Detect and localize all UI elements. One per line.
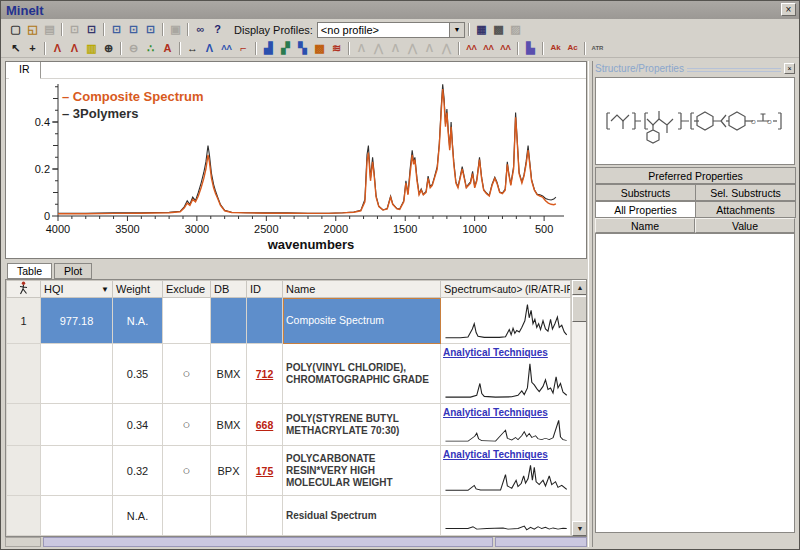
copy-table-icon[interactable]: ⊡ bbox=[142, 22, 159, 37]
profile-edit-icon[interactable]: ▩ bbox=[490, 22, 507, 37]
search-functional-icon[interactable]: ΛΛ bbox=[497, 41, 514, 56]
id-cell bbox=[247, 298, 283, 344]
column-header-name[interactable]: Name bbox=[595, 218, 695, 233]
column-header-weight[interactable]: Weight bbox=[113, 281, 163, 298]
db-cell: BPX bbox=[211, 446, 247, 496]
select-pointer-icon[interactable]: ↖ bbox=[7, 41, 24, 56]
spectrum-thumbnail bbox=[441, 498, 570, 534]
overlay-view-icon[interactable]: ≋ bbox=[328, 41, 345, 56]
search-spectrum-icon[interactable]: ΛΛ bbox=[463, 41, 480, 56]
record-id-link[interactable]: 175 bbox=[256, 465, 274, 477]
tab-sel-substructs[interactable]: Sel. Substructs bbox=[695, 184, 796, 201]
analytical-techniques-link[interactable]: Analytical Techniques bbox=[441, 448, 570, 460]
ir-spectrum-plot[interactable]: 00.20.44000350030002500200015001000500wa… bbox=[6, 80, 586, 258]
column-header-hqi[interactable]: HQI▼ bbox=[41, 281, 113, 298]
name-cell: POLY(VINYL CHLORIDE), CHROMATOGRAPHIC GR… bbox=[283, 344, 441, 404]
scrollbar-thumb[interactable] bbox=[572, 296, 587, 322]
table-row[interactable]: N.A. Residual Spectrum bbox=[7, 496, 571, 536]
tab-plot[interactable]: Plot bbox=[54, 263, 92, 279]
row-number-cell[interactable] bbox=[7, 446, 41, 496]
search-mixture-icon[interactable]: ΛΛ bbox=[480, 41, 497, 56]
full-scale-spectrum-icon[interactable]: Λ bbox=[66, 41, 83, 56]
auto-search-k-icon[interactable]: Ak bbox=[547, 41, 564, 56]
panel-close-icon[interactable]: × bbox=[784, 63, 795, 74]
auto-search-c-icon[interactable]: Ac bbox=[564, 41, 581, 56]
pan-hand-icon[interactable]: ⊕ bbox=[100, 41, 117, 56]
horizontal-scrollbar-thumb[interactable] bbox=[43, 537, 493, 547]
threshold-select-icon[interactable]: ▥ bbox=[83, 41, 100, 56]
exclude-cell bbox=[163, 298, 211, 344]
table-row[interactable]: 0.35 ○ BMX 712 POLY(VINYL CHLORIDE), CHR… bbox=[7, 344, 571, 404]
sort-descending-icon: ▼ bbox=[101, 285, 109, 294]
row-number-cell[interactable]: 1 bbox=[7, 298, 41, 344]
peak-picking-icon[interactable]: Λ bbox=[201, 41, 218, 56]
toolbar-separator bbox=[348, 42, 350, 55]
annotate-text-icon[interactable]: A bbox=[159, 41, 176, 56]
mineit-window: MineIt × ▢◱▤⊡⊡⊡⊡⊡▣∞? Display Profiles: <… bbox=[0, 0, 800, 550]
scatter-view-icon[interactable]: ∴ bbox=[142, 41, 159, 56]
send-to-app-icon[interactable]: ▙ bbox=[522, 41, 539, 56]
column-header-value[interactable]: Value bbox=[695, 218, 795, 233]
new-document-icon[interactable]: ▢ bbox=[7, 22, 24, 37]
view-stacked-icon[interactable]: ▞ bbox=[277, 41, 294, 56]
display-profiles-label: Display Profiles: bbox=[234, 24, 313, 36]
table-row[interactable]: 0.34 ○ BMX 668 POLY(STYRENE BUTYL METHAC… bbox=[7, 404, 571, 446]
profile-table-icon[interactable]: ▦ bbox=[473, 22, 490, 37]
baseline-tool-icon[interactable]: ⌐ bbox=[235, 41, 252, 56]
id-cell bbox=[247, 496, 283, 536]
tab-ir[interactable]: IR bbox=[9, 62, 41, 79]
copy-page-color-icon[interactable]: ⊡ bbox=[83, 22, 100, 37]
open-folder-icon[interactable]: ◱ bbox=[24, 22, 41, 37]
exclude-radio[interactable]: ○ bbox=[183, 417, 191, 432]
tab-substructs[interactable]: Substructs bbox=[595, 184, 696, 201]
db-cell bbox=[211, 496, 247, 536]
column-header-id[interactable]: ID bbox=[247, 281, 283, 298]
analytical-techniques-link[interactable]: Analytical Techniques bbox=[441, 346, 570, 358]
copy-structure-icon[interactable]: ⊡ bbox=[125, 22, 142, 37]
horizontal-scrollbar[interactable] bbox=[5, 537, 587, 547]
context-help-icon[interactable]: ? bbox=[209, 22, 226, 37]
contour-view-icon[interactable]: ▩ bbox=[311, 41, 328, 56]
exclude-radio[interactable]: ○ bbox=[183, 366, 191, 381]
spectrum-thumbnail bbox=[441, 358, 570, 402]
display-profiles-dropdown[interactable]: <no profile> ▼ bbox=[317, 22, 465, 38]
exclude-cell bbox=[163, 496, 211, 536]
row-number-cell[interactable] bbox=[7, 496, 41, 536]
copy-spectrum-icon[interactable]: ⊡ bbox=[108, 22, 125, 37]
scroll-up-icon[interactable]: ▲ bbox=[572, 280, 587, 295]
chevron-down-icon[interactable]: ▼ bbox=[449, 23, 464, 37]
horizontal-scrollbar-thumb-2[interactable] bbox=[495, 537, 587, 547]
tab-preferred-properties[interactable]: Preferred Properties bbox=[595, 167, 796, 184]
zoom-spectrum-icon[interactable]: Λ bbox=[49, 41, 66, 56]
tab-table[interactable]: Table bbox=[7, 263, 52, 279]
properties-tab-row-3: All Properties Attachments bbox=[595, 201, 795, 218]
column-header-name[interactable]: Name bbox=[283, 281, 441, 298]
view-grid-icon[interactable]: ▚ bbox=[294, 41, 311, 56]
tab-all-properties[interactable]: All Properties bbox=[595, 201, 696, 218]
column-header-db[interactable]: DB bbox=[211, 281, 247, 298]
column-header-spectrum[interactable]: Spectrum<auto> (IR/ATR-IR) bbox=[441, 281, 571, 298]
peak-labels-icon[interactable]: ΛΛ bbox=[218, 41, 235, 56]
table-row[interactable]: 0.32 ○ BPX 175 POLYCARBONATE RESIN*VERY … bbox=[7, 446, 571, 496]
tab-attachments[interactable]: Attachments bbox=[695, 201, 796, 218]
weight-cell: 0.32 bbox=[113, 446, 163, 496]
table-row[interactable]: 1 977.18 N.A. Composite Spectrum bbox=[7, 298, 571, 344]
exclude-radio[interactable]: ○ bbox=[183, 463, 191, 478]
search-binoculars-icon[interactable]: ∞ bbox=[192, 22, 209, 37]
exclude-cell: ○ bbox=[163, 404, 211, 446]
record-id-link[interactable]: 712 bbox=[256, 368, 274, 380]
toolbar-separator bbox=[468, 23, 470, 36]
scroll-down-icon[interactable]: ▼ bbox=[572, 521, 587, 536]
expand-horizontal-icon[interactable]: ↔ bbox=[184, 41, 201, 56]
vertical-scrollbar[interactable]: ▲ ▼ bbox=[571, 280, 587, 536]
record-id-link[interactable]: 668 bbox=[256, 419, 274, 431]
scrollbar-track[interactable] bbox=[572, 322, 587, 521]
row-number-cell[interactable] bbox=[7, 344, 41, 404]
column-header-exclude[interactable]: Exclude bbox=[163, 281, 211, 298]
close-icon[interactable]: × bbox=[781, 3, 796, 16]
row-number-cell[interactable] bbox=[7, 404, 41, 446]
atr-correction-icon[interactable]: ATR bbox=[589, 41, 606, 56]
view-single-icon[interactable]: ▟ bbox=[260, 41, 277, 56]
analytical-techniques-link[interactable]: Analytical Techniques bbox=[441, 406, 570, 418]
crosshair-add-icon[interactable]: + bbox=[24, 41, 41, 56]
